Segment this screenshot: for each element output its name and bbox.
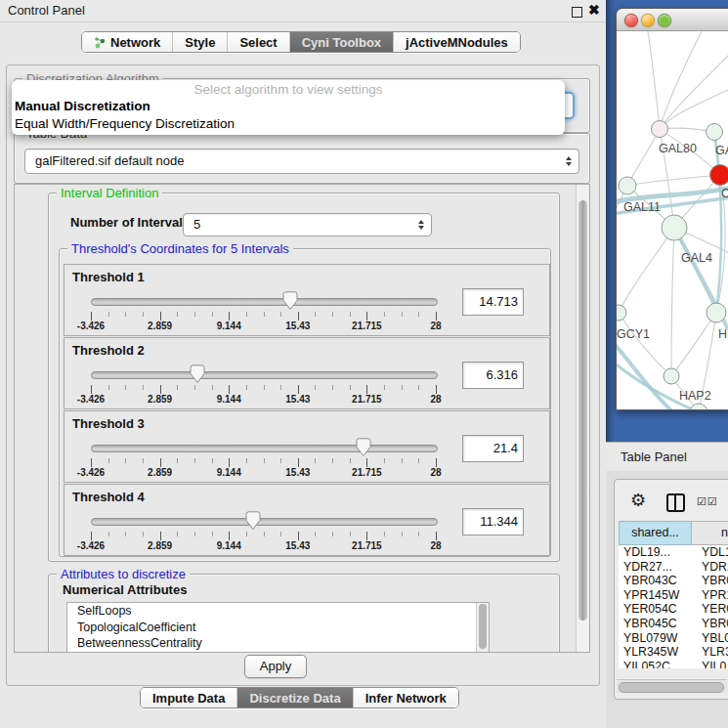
list-item-selfloops[interactable]: SelfLoops xyxy=(67,603,489,620)
tab-style[interactable]: Style xyxy=(172,32,227,52)
slider-thumb[interactable] xyxy=(282,291,298,311)
algorithm-option-manual-discretization[interactable]: Manual Discretization xyxy=(12,98,565,115)
column-header-name[interactable]: n... xyxy=(692,521,728,545)
table-cell-shared-name[interactable]: YBR043C xyxy=(619,574,702,588)
threshold-label: Threshold 4 xyxy=(72,490,145,504)
tick-mark xyxy=(436,532,437,540)
table-cell-shared-name[interactable]: YDR27... xyxy=(619,560,702,575)
close-traffic-light[interactable] xyxy=(624,14,638,27)
network-node[interactable] xyxy=(664,368,679,384)
tab-select[interactable]: Select xyxy=(227,32,288,52)
screen: { "window": { "title": "Control Panel" }… xyxy=(0,0,728,728)
network-node-label: GA xyxy=(715,144,728,157)
tick-mark xyxy=(418,532,419,536)
apply-button[interactable]: Apply xyxy=(244,655,307,678)
table-cell-shared-name[interactable]: YBL079W xyxy=(619,631,702,646)
table-cell-name[interactable]: YIL0 xyxy=(702,660,728,668)
table-cell-name[interactable]: YBR0 xyxy=(702,617,728,631)
network-node[interactable] xyxy=(707,124,723,141)
slider-thumb[interactable] xyxy=(245,511,261,531)
float-window-icon[interactable] xyxy=(572,7,582,18)
table-cell-name[interactable]: YER0 xyxy=(702,602,728,617)
algorithm-option-equal-width-frequency-discretization[interactable]: Equal Width/Frequency Discretization xyxy=(12,115,565,133)
slider-thumb[interactable] xyxy=(190,364,205,384)
table-row[interactable]: YDR27...YDR2 xyxy=(619,560,728,575)
threshold-4-value-input[interactable]: 11.344 xyxy=(462,508,524,535)
hscrollbar-thumb[interactable] xyxy=(619,682,724,693)
table-cell-name[interactable]: YDL1 xyxy=(702,545,728,560)
table-cell-shared-name[interactable]: YER054C xyxy=(619,602,702,617)
tick-label: 2.859 xyxy=(126,467,194,478)
tab-infer-network[interactable]: Infer Network xyxy=(353,688,458,707)
network-window[interactable]: GAL80GACGAL11GAL4GCY1HHAP2 xyxy=(616,8,728,410)
numerical-attributes-list[interactable]: SelfLoopsTopologicalCoefficientBetweenne… xyxy=(66,602,490,653)
zoom-traffic-light[interactable] xyxy=(658,14,671,27)
tab-network[interactable]: Network xyxy=(82,32,172,52)
close-icon[interactable]: ✖ xyxy=(588,2,600,18)
settings-vertical-scrollbar[interactable] xyxy=(576,185,589,652)
gear-icon[interactable]: ⚙ xyxy=(630,490,646,511)
network-node[interactable] xyxy=(652,121,668,138)
tick-mark xyxy=(143,458,144,463)
threshold-1-value-input[interactable]: 14.713 xyxy=(462,288,524,316)
tab-discretize-data[interactable]: Discretize Data xyxy=(236,688,352,707)
threshold-2-slider-track[interactable] xyxy=(91,371,438,379)
tick-mark xyxy=(298,458,299,467)
table-row[interactable]: YBR045CYBR0 xyxy=(619,617,728,631)
network-edge xyxy=(619,228,674,313)
threshold-1-slider-track[interactable] xyxy=(91,298,438,306)
table-cell-shared-name[interactable]: YPR145W xyxy=(619,588,702,603)
table-cell-name[interactable]: YDR2 xyxy=(702,560,728,575)
table-cell-name[interactable]: YBL0 xyxy=(702,631,728,646)
table-cell-shared-name[interactable]: YIL052C xyxy=(619,660,702,668)
network-canvas[interactable]: GAL80GACGAL11GAL4GCY1HHAP2 xyxy=(617,31,728,409)
tick-mark xyxy=(246,312,247,317)
number-of-intervals-spinner[interactable]: 5 xyxy=(183,213,432,236)
slider-thumb[interactable] xyxy=(356,438,371,457)
tick-mark xyxy=(384,312,385,317)
column-header-shared-name[interactable]: shared... xyxy=(619,521,692,545)
table-cell-name[interactable]: YPR1 xyxy=(702,588,728,603)
table-horizontal-scrollbar[interactable] xyxy=(617,679,727,693)
table-row[interactable]: YPR145WYPR1 xyxy=(619,588,728,603)
bottom-tab-bar: Impute DataDiscretize DataInfer Network xyxy=(140,687,459,708)
table-cell-shared-name[interactable]: YLR345W xyxy=(619,645,702,660)
table-row[interactable]: YER054CYER0 xyxy=(619,602,728,617)
attributes-list-scrollbar[interactable] xyxy=(476,603,489,652)
minimize-traffic-light[interactable] xyxy=(641,14,655,27)
tab-jactivemnodules[interactable]: jActiveMNodules xyxy=(393,32,520,52)
tick-mark xyxy=(177,312,178,317)
threshold-3-value-input[interactable]: 21.4 xyxy=(462,435,524,462)
table-cell-name[interactable]: YBR0 xyxy=(702,574,728,588)
table-row[interactable]: YIL052CYIL0 xyxy=(619,660,728,668)
network-node-label: HAP2 xyxy=(679,389,711,403)
table-row[interactable]: YBL079WYBL0 xyxy=(619,631,728,646)
network-node[interactable] xyxy=(710,165,728,186)
network-node[interactable] xyxy=(619,177,636,194)
threshold-2-value-input[interactable]: 6.316 xyxy=(462,362,524,389)
table-cell-shared-name[interactable]: YDL19... xyxy=(619,545,702,560)
list-item-topologicalcoefficient[interactable]: TopologicalCoefficient xyxy=(67,620,489,636)
threshold-4-slider-track[interactable] xyxy=(91,518,438,526)
scrollbar-thumb[interactable] xyxy=(578,200,587,621)
network-node[interactable] xyxy=(617,305,626,321)
table-data-combobox[interactable]: galFiltered.sif default node xyxy=(24,149,579,174)
table-row[interactable]: YLR345WYLR3 xyxy=(619,645,728,660)
tab-label: Cyni Toolbox xyxy=(302,35,381,50)
split-columns-icon[interactable] xyxy=(666,493,685,512)
select-columns-icon[interactable]: ☑☑ xyxy=(697,495,718,508)
tick-label: -3.426 xyxy=(57,467,125,478)
network-node[interactable] xyxy=(662,215,687,240)
table-row[interactable]: YDL19...YDL1 xyxy=(619,545,728,560)
control-panel: Control Panel ✖ NetworkStyleSelectCyni T… xyxy=(0,0,606,728)
threshold-3-slider-track[interactable] xyxy=(91,445,438,452)
tab-impute-data[interactable]: Impute Data xyxy=(141,688,236,707)
table-cell-shared-name[interactable]: YBR045C xyxy=(619,617,702,631)
tab-cyni-toolbox[interactable]: Cyni Toolbox xyxy=(289,32,393,52)
table-row[interactable]: YBR043CYBR0 xyxy=(619,574,728,588)
network-window-titlebar[interactable] xyxy=(617,9,728,31)
table-cell-name[interactable]: YLR3 xyxy=(702,645,728,660)
network-node[interactable] xyxy=(707,303,726,322)
tick-label: 9.144 xyxy=(194,540,263,551)
list-item-betweennesscentrality[interactable]: BetweennessCentrality xyxy=(67,635,489,652)
